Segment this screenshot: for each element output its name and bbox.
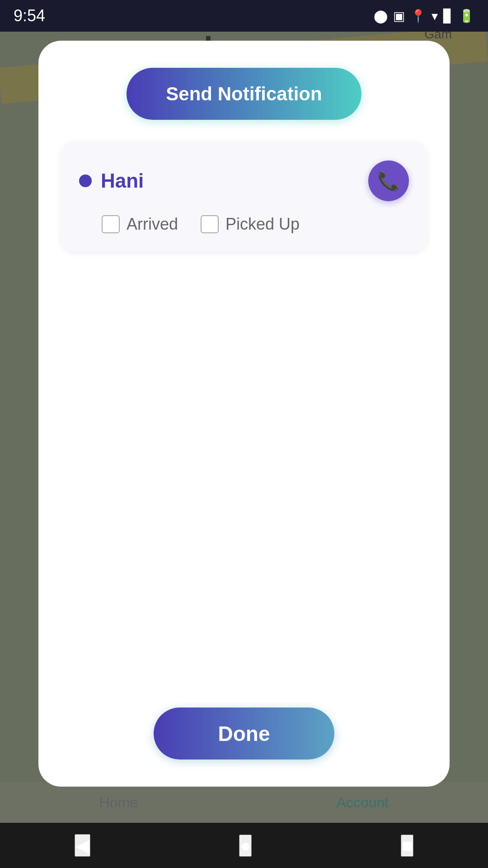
status-icons: ⬤ ▣ 📍 ▾ ▊ 🔋 <box>374 9 474 24</box>
picked-up-checkbox[interactable] <box>201 215 219 233</box>
call-button[interactable]: 📞 <box>368 160 409 201</box>
location-icon: 📍 <box>410 9 426 24</box>
phone-icon: 📞 <box>377 170 400 192</box>
arrived-checkbox-item: Arrived <box>102 215 178 234</box>
battery-icon: 🔋 <box>459 9 474 24</box>
back-button[interactable]: ◀ <box>75 834 90 857</box>
circle-icon: ⬤ <box>374 9 388 24</box>
system-nav-bar: ◀ ● ■ <box>0 823 488 868</box>
picked-up-checkbox-item: Picked Up <box>201 215 300 234</box>
sim-icon: ▣ <box>393 9 405 24</box>
person-name-row: Hani <box>79 170 144 192</box>
arrived-label: Arrived <box>127 215 178 234</box>
arrived-checkbox[interactable] <box>102 215 120 233</box>
person-name: Hani <box>101 170 144 192</box>
status-time: 9:54 <box>14 6 45 25</box>
home-button[interactable]: ● <box>239 835 252 857</box>
checkboxes-row: Arrived Picked Up <box>79 215 409 234</box>
person-status-dot <box>79 175 92 187</box>
recents-button[interactable]: ■ <box>401 835 413 857</box>
done-button[interactable]: Done <box>154 708 334 760</box>
person-header: Hani 📞 <box>79 160 409 201</box>
status-bar: 9:54 ⬤ ▣ 📍 ▾ ▊ 🔋 <box>0 0 488 32</box>
send-notification-button[interactable]: Send Notification <box>127 68 361 120</box>
wifi-icon: ▾ <box>432 9 438 24</box>
picked-up-label: Picked Up <box>225 215 300 234</box>
send-notification-modal: Send Notification Hani 📞 Arrived Picked … <box>38 41 450 787</box>
signal-icon: ▊ <box>443 9 453 24</box>
person-card: Hani 📞 Arrived Picked Up <box>61 142 427 252</box>
